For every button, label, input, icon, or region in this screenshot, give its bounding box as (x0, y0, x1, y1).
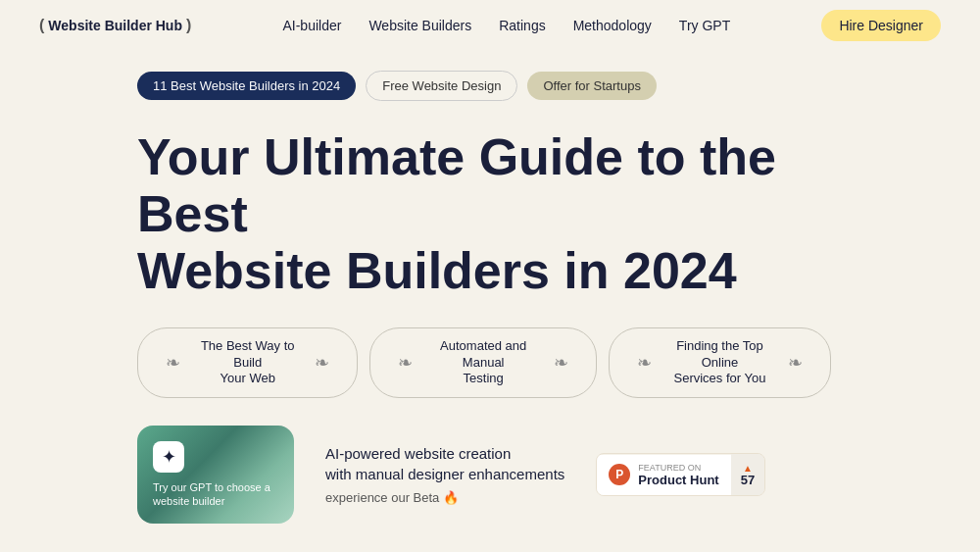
gpt-icon: ✦ (153, 441, 184, 473)
logo-text: Website Builder Hub (48, 18, 182, 33)
nav-links: AI-builder Website Builders Ratings Meth… (282, 18, 730, 33)
hire-designer-button[interactable]: Hire Designer (821, 10, 941, 41)
laurel-right-icon-2: ❧ (554, 352, 568, 374)
tags-row: 11 Best Website Builders in 2024 Free We… (137, 71, 843, 101)
ai-section: AI-powered website creation with manual … (325, 445, 564, 505)
laurel-left-icon-3: ❧ (637, 352, 652, 374)
main-content: 11 Best Website Builders in 2024 Free We… (0, 51, 980, 524)
hero-heading-line2: Website Builders in 2024 (137, 242, 737, 299)
product-hunt-badge[interactable]: P FEATURED ON Product Hunt ▲ 57 (596, 453, 765, 496)
badge-testing-text: Automated and Manual Testing (420, 338, 545, 388)
ph-right: ▲ 57 (731, 454, 764, 495)
laurel-right-icon: ❧ (315, 352, 329, 374)
hero-heading-line1: Your Ultimate Guide to the Best (137, 128, 776, 242)
gpt-card[interactable]: ✦ Try our GPT to choose a website builde… (137, 426, 294, 524)
laurel-left-icon: ❧ (166, 352, 180, 374)
nav-link-try-gpt[interactable]: Try GPT (679, 18, 730, 33)
ph-prefix: FEATURED ON (638, 463, 718, 473)
ph-text: Product Hunt (638, 473, 718, 487)
gpt-card-text: Try our GPT to choose a website builder (153, 480, 278, 509)
ph-label: FEATURED ON Product Hunt (638, 463, 718, 487)
ai-powered-text: AI-powered website creation (325, 445, 564, 462)
logo-bracket-right: ) (186, 17, 191, 34)
ph-logo-icon: P (609, 464, 630, 485)
badge-best-way-text: The Best Way to Build Your Web (188, 338, 307, 388)
badge-finding: ❧ Finding the Top Online Services for Yo… (609, 327, 831, 399)
hero-heading: Your Ultimate Guide to the Best Website … (137, 128, 843, 300)
logo[interactable]: ( Website Builder Hub ) (39, 17, 191, 34)
ph-left: P FEATURED ON Product Hunt (597, 455, 730, 495)
badge-testing: ❧ Automated and Manual Testing ❧ (369, 327, 596, 399)
nav-link-website-builders[interactable]: Website Builders (368, 18, 471, 33)
laurel-right-icon-3: ❧ (788, 352, 803, 374)
tag-best-builders[interactable]: 11 Best Website Builders in 2024 (137, 72, 356, 100)
ph-vote-count: 57 (741, 474, 755, 486)
laurel-left-icon-2: ❧ (398, 352, 413, 374)
gpt-icon-symbol: ✦ (162, 446, 176, 468)
tag-free-design[interactable]: Free Website Design (366, 71, 517, 101)
navbar: ( Website Builder Hub ) AI-builder Websi… (0, 0, 980, 51)
experience-beta-text: experience our Beta 🔥 (325, 490, 564, 505)
nav-link-methodology[interactable]: Methodology (573, 18, 652, 33)
ai-sub-text: with manual designer enhancements (325, 466, 564, 482)
nav-link-ratings[interactable]: Ratings (499, 18, 545, 33)
bottom-row: ✦ Try our GPT to choose a website builde… (137, 426, 843, 524)
logo-bracket-left: ( (39, 17, 44, 34)
nav-link-ai-builder[interactable]: AI-builder (282, 18, 341, 33)
badge-best-way: ❧ The Best Way to Build Your Web ❧ (137, 327, 358, 399)
badge-finding-text: Finding the Top Online Services for You (660, 338, 780, 388)
badges-row: ❧ The Best Way to Build Your Web ❧ ❧ Aut… (137, 327, 843, 399)
tag-offer-startups[interactable]: Offer for Startups (527, 72, 656, 100)
